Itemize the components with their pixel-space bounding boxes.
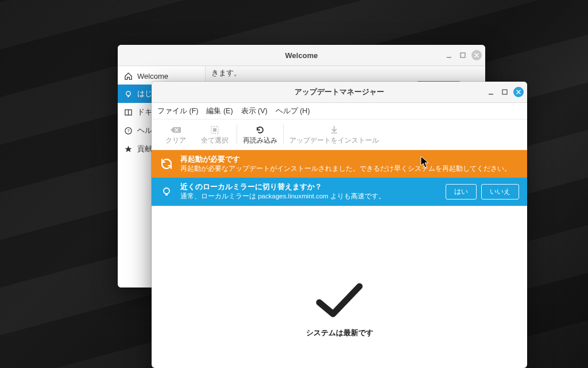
update-manager-window: アップデートマネージャー ファイル (F) 編集 (E) 表示 (V) ヘルプ … [152,82,527,368]
help-icon: ? [123,126,133,135]
welcome-titlebar[interactable]: Welcome [118,45,485,66]
svg-rect-3 [127,95,129,97]
status-area: システムは最新です [152,206,527,368]
toolbar-separator [283,125,284,144]
svg-rect-1 [461,53,465,57]
download-icon [330,125,339,135]
welcome-text-fragment: きます。 [211,68,241,78]
svg-point-2 [126,91,130,95]
welcome-title: Welcome [118,51,485,60]
toolbar-label: 全て選択 [201,136,229,145]
restart-banner-desc: 再起動が必要なアップデートがインストールされました。できるだけ早くシステムを再起… [180,164,519,174]
svg-rect-0 [447,57,451,58]
menu-view[interactable]: 表示 (V) [241,106,268,116]
mirror-yes-button[interactable]: はい [446,184,477,200]
clear-button[interactable]: クリア [156,121,195,148]
lightbulb-icon [160,185,173,199]
svg-rect-9 [213,128,216,132]
menu-help[interactable]: ヘルプ (H) [276,106,310,116]
menubar: ファイル (F) 編集 (E) 表示 (V) ヘルプ (H) [152,103,527,120]
update-titlebar[interactable]: アップデートマネージャー [152,82,527,103]
select-all-button[interactable]: 全て選択 [195,121,234,148]
refresh-icon [256,125,265,135]
close-button[interactable] [471,50,482,60]
install-updates-button[interactable]: アップデートをインストール [286,121,382,148]
check-icon [314,281,365,323]
status-text: システムは最新です [152,328,527,338]
restart-required-banner: 再起動が必要です 再起動が必要なアップデートがインストールされました。できるだけ… [152,150,527,178]
mirror-no-button[interactable]: いいえ [481,184,519,200]
maximize-button[interactable] [458,50,468,60]
book-icon [123,108,133,117]
star-icon [123,144,133,154]
close-button[interactable] [513,87,524,97]
minimize-button[interactable] [444,50,454,60]
lightbulb-icon [123,89,133,98]
toolbar-label: クリア [165,136,186,145]
select-all-icon [210,125,219,135]
svg-rect-10 [331,132,337,133]
restart-icon [160,157,173,171]
menu-file[interactable]: ファイル (F) [157,106,198,116]
backspace-icon [170,125,181,135]
svg-rect-7 [502,90,507,94]
mirror-banner-title: 近くのローカルミラーに切り替えますか？ [180,182,439,192]
toolbar-separator [237,125,237,144]
mirror-banner-desc: 通常、ローカルミラーは packages.linuxmint.com よりも高速… [180,192,439,201]
minimize-button[interactable] [486,87,496,97]
refresh-button[interactable]: 再読み込み [239,121,281,148]
maximize-button[interactable] [500,87,510,97]
svg-text:?: ? [127,128,129,133]
svg-rect-12 [165,194,168,195]
toolbar-label: 再読み込み [243,136,277,145]
toolbar: クリア 全て選択 再読み込み アップデートをインストール [152,120,527,150]
svg-rect-6 [489,94,493,95]
sidebar-item-label: Welcome [137,72,168,80]
mirror-banner: 近くのローカルミラーに切り替えますか？ 通常、ローカルミラーは packages… [152,178,527,205]
sidebar-item-label: 貢献 [137,144,152,154]
svg-point-11 [164,188,169,194]
toolbar-label: アップデートをインストール [289,136,379,145]
update-title: アップデートマネージャー [152,87,527,97]
restart-banner-title: 再起動が必要です [180,155,519,164]
menu-edit[interactable]: 編集 (E) [206,106,233,116]
home-icon [123,71,133,80]
